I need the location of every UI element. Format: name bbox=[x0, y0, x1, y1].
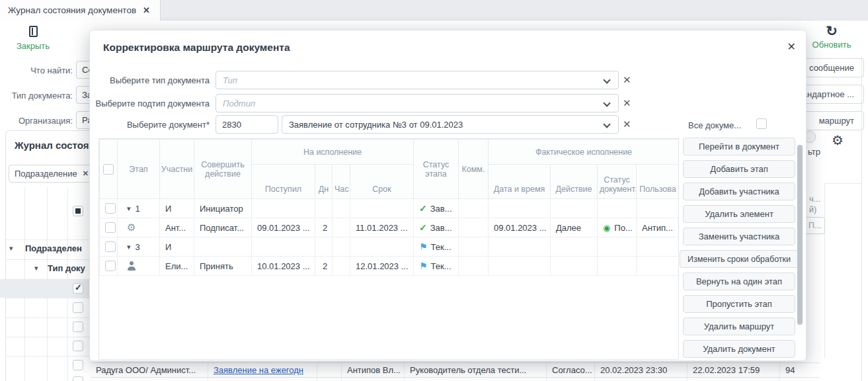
cell-action[interactable]: Инициатор bbox=[194, 199, 252, 218]
cell-comment[interactable] bbox=[459, 199, 489, 218]
expand-icon[interactable]: ▾ bbox=[9, 244, 13, 253]
cell-number[interactable]: 92 bbox=[780, 378, 820, 381]
cell-stage-status[interactable]: ✓Зав... bbox=[414, 218, 459, 237]
row-checkbox[interactable] bbox=[73, 302, 83, 313]
route-row[interactable]: ▾1 И Инициатор ✓Зав... bbox=[100, 199, 680, 218]
route-row[interactable]: Ели... Принять 10.01.2023 ... 2 12.01.20… bbox=[100, 257, 680, 276]
cell-received[interactable]: 09.01.2023 ... bbox=[252, 218, 315, 237]
row-checkbox[interactable] bbox=[105, 241, 116, 252]
type-select[interactable]: Тип bbox=[216, 71, 619, 89]
select-all-rows-checkbox[interactable] bbox=[103, 164, 114, 175]
cell-received[interactable] bbox=[252, 199, 315, 218]
row-checkbox[interactable] bbox=[105, 261, 116, 271]
goto-document-button[interactable]: Перейти в документ bbox=[683, 138, 795, 155]
cell-action[interactable] bbox=[194, 237, 252, 257]
row-checkbox[interactable] bbox=[105, 203, 116, 214]
cell-stage[interactable]: ▾3 bbox=[118, 237, 160, 257]
expand-icon[interactable]: ▾ bbox=[34, 264, 38, 273]
cell-user[interactable] bbox=[637, 199, 680, 218]
clear-document-icon[interactable]: ✕ bbox=[623, 118, 631, 130]
refresh-button[interactable]: ↻ Обновить bbox=[812, 24, 851, 50]
cell-role[interactable]: Р... bbox=[405, 378, 547, 381]
cell-deadline[interactable] bbox=[350, 199, 414, 218]
cell-role[interactable]: Руководитель отдела тести... bbox=[405, 363, 547, 377]
row-checkbox[interactable] bbox=[73, 341, 83, 351]
cell-comment[interactable] bbox=[459, 218, 489, 237]
chip-close-icon[interactable]: ✕ bbox=[83, 169, 89, 178]
cell-deadline[interactable]: 27.02.2023 17:30 bbox=[688, 378, 780, 381]
window-scrollbar-track[interactable] bbox=[861, 56, 862, 381]
cell-document[interactable]: Заявление на ежегодн bbox=[208, 363, 317, 377]
cell-participant[interactable]: И bbox=[160, 199, 194, 218]
cell-received[interactable]: 21.02.2023 17:30 bbox=[595, 378, 688, 381]
cell-document[interactable]: З... bbox=[208, 378, 317, 381]
cell-deadline[interactable]: 12.01.2023 ... bbox=[350, 257, 414, 276]
gear-icon[interactable]: ⚙ bbox=[832, 132, 844, 148]
skip-stage-button[interactable]: Пропустить этап bbox=[683, 295, 795, 313]
cell-select[interactable] bbox=[100, 218, 118, 237]
cell-number[interactable]: 94 bbox=[780, 363, 820, 377]
cell-fact-action[interactable]: Далее bbox=[551, 218, 598, 237]
cell-comment[interactable] bbox=[459, 257, 489, 276]
document-select[interactable]: Заявление от сотрудника №3 от 09.01.2023 bbox=[282, 115, 619, 134]
route-row[interactable]: ⚙ Ант... Подписат... 09.01.2023 ... 2 11… bbox=[100, 218, 680, 237]
cell-hours[interactable] bbox=[333, 237, 350, 257]
department-filter-chip[interactable]: Подразделение ✕ bbox=[9, 165, 92, 183]
cell-stage-status[interactable]: ⚑Тек... bbox=[414, 237, 459, 257]
tab-close-icon[interactable]: ✕ bbox=[143, 5, 150, 15]
cell-received[interactable]: 20.02.2023 23:30 bbox=[595, 363, 688, 377]
cell-select[interactable] bbox=[100, 257, 118, 276]
cell-participant[interactable]: Ели... bbox=[160, 257, 194, 276]
row-checkbox[interactable] bbox=[73, 321, 83, 332]
cell-status[interactable]: С... bbox=[547, 378, 595, 381]
table-row[interactable]: Радуга ООО/ А... З... Антипов В... Р... … bbox=[91, 377, 820, 381]
delete-document-button[interactable]: Удалить документ bbox=[683, 340, 795, 358]
cell-user[interactable] bbox=[637, 257, 680, 276]
cell-fact-datetime[interactable] bbox=[489, 257, 551, 276]
cell-fact-datetime[interactable] bbox=[489, 199, 551, 218]
cell-department[interactable]: Радуга ООО/ Админист... bbox=[91, 363, 208, 377]
expand-icon[interactable]: ▾ bbox=[127, 204, 131, 213]
cell-empty[interactable] bbox=[317, 363, 342, 377]
tab-journal[interactable]: Журнал состояния документов ✕ bbox=[0, 0, 161, 21]
cell-doc-status[interactable]: ◉По... bbox=[598, 218, 637, 237]
cell-stage[interactable] bbox=[118, 257, 160, 276]
cell-empty[interactable] bbox=[317, 378, 342, 381]
group-department-label[interactable]: Подразделен bbox=[25, 243, 90, 253]
header-select[interactable] bbox=[100, 140, 118, 199]
expand-icon[interactable]: ▾ bbox=[127, 243, 131, 251]
cell-comment[interactable] bbox=[459, 237, 489, 257]
cell-fact-datetime[interactable]: 09.01.2023 ... bbox=[489, 218, 551, 237]
cell-select[interactable] bbox=[100, 237, 118, 257]
cell-stage-status[interactable]: ✓Зав... bbox=[414, 199, 459, 218]
cell-hours[interactable] bbox=[333, 199, 350, 218]
clear-type-icon[interactable]: ✕ bbox=[623, 74, 631, 86]
add-participant-button[interactable]: Добавить участника bbox=[683, 183, 795, 200]
cell-user[interactable]: Антип... bbox=[637, 218, 680, 237]
document-number-input[interactable]: 2830 bbox=[216, 115, 278, 134]
row-checkbox[interactable] bbox=[105, 222, 116, 233]
cell-days[interactable] bbox=[315, 237, 333, 257]
cell-fact-action[interactable] bbox=[551, 199, 598, 218]
cell-doc-status[interactable] bbox=[598, 237, 637, 257]
cell-stage[interactable]: ⚙ bbox=[118, 218, 160, 237]
cell-action[interactable]: Подписат... bbox=[194, 218, 252, 237]
cell-fact-action[interactable] bbox=[551, 237, 598, 257]
cell-doc-status[interactable] bbox=[598, 199, 637, 218]
cell-fact-action[interactable] bbox=[551, 257, 598, 276]
subtype-select[interactable]: Подтип bbox=[216, 94, 619, 112]
cell-user[interactable] bbox=[637, 237, 680, 257]
cell-deadline[interactable]: 11.01.2023 ... bbox=[350, 218, 414, 237]
cell-fact-datetime[interactable] bbox=[489, 237, 551, 257]
cell-days[interactable]: 2 bbox=[315, 218, 333, 237]
cell-hours[interactable] bbox=[333, 257, 350, 276]
cell-status[interactable]: Согласо... bbox=[547, 363, 595, 377]
cell-select[interactable] bbox=[100, 199, 118, 218]
cell-stage[interactable]: ▾1 bbox=[118, 199, 160, 218]
row-checkbox-checked[interactable] bbox=[73, 283, 83, 294]
delete-route-button[interactable]: Удалить маршрут bbox=[683, 318, 795, 335]
close-window-button[interactable]: Закрыть bbox=[16, 26, 50, 51]
cell-user[interactable]: Антипов Вл... bbox=[342, 363, 405, 377]
cell-days[interactable]: 2 bbox=[315, 257, 333, 276]
cell-participant[interactable]: И bbox=[160, 237, 194, 257]
